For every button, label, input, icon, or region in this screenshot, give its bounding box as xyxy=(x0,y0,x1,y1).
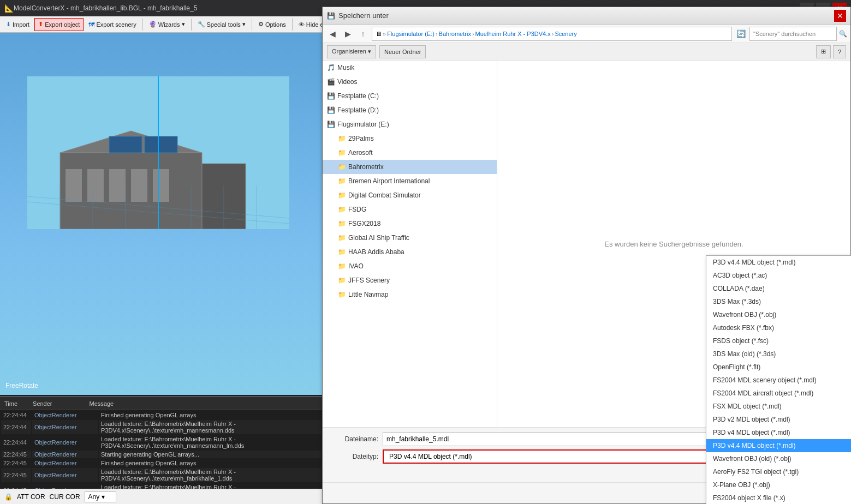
folder-icon: 📁 xyxy=(338,135,346,142)
bc-flugsimulator[interactable]: Flugsimulator (E:) xyxy=(387,31,435,37)
folder-item[interactable]: 📁Little Navmap xyxy=(323,287,497,302)
log-col-sender: Sender xyxy=(33,400,52,407)
dropdown-item[interactable]: Wavefront OBJ (*.obj) xyxy=(706,308,851,321)
folder-item[interactable]: 📁Global AI Ship Traffic xyxy=(323,231,497,245)
app-title: ModelConverterX - mh_fabrikhallen_lib.BG… xyxy=(14,4,197,12)
folder-icon: 💾 xyxy=(327,121,335,128)
help-button[interactable]: ? xyxy=(833,45,846,58)
wizards-button[interactable]: 🔮 Wizards ▾ xyxy=(145,18,189,31)
search-input[interactable] xyxy=(749,27,837,41)
new-folder-button[interactable]: Neuer Ordner xyxy=(379,45,426,58)
folder-icon: 📁 xyxy=(338,220,346,227)
app-icon: 📐 xyxy=(4,4,14,13)
bc-muelheim[interactable]: Muelheim Ruhr X - P3DV4.x xyxy=(475,31,551,37)
folder-item[interactable]: 📁JFFS Scenery xyxy=(323,273,497,287)
organize-button[interactable]: Organisieren ▾ xyxy=(327,45,376,58)
dropdown-item[interactable]: FS2004 MDL scenery object (*.mdl) xyxy=(706,374,851,387)
folder-item[interactable]: 💾Flugsimulator (E:) xyxy=(323,117,497,131)
back-button[interactable]: ◀ xyxy=(326,27,339,40)
options-button[interactable]: ⚙ Options xyxy=(254,18,290,31)
log-col-time: Time xyxy=(4,400,17,407)
dialog-icon: 💾 xyxy=(327,12,335,20)
toolbar-separator-3 xyxy=(252,19,252,31)
dropdown-item[interactable]: AeroFly FS2 TGI object (*.tgi) xyxy=(706,465,851,478)
breadcrumb[interactable]: 🖥 » Flugsimulator (E:) › Bahrometrix › M… xyxy=(372,27,732,41)
log-col-message: Message xyxy=(90,400,114,407)
dropdown-item[interactable]: FSX MDL object (*.mdl) xyxy=(706,400,851,413)
folder-name: Bahrometrix xyxy=(348,163,384,171)
log-row: 22:24:45ObjectRendererLoaded texture: E:… xyxy=(1,483,321,489)
save-dialog: 💾 Speichern unter ✕ ◀ ▶ ↑ 🖥 » Flugsimula… xyxy=(322,7,851,504)
view-details-button[interactable]: ⊞ xyxy=(816,45,831,58)
dropdown-item[interactable]: OpenFlight (*.flt) xyxy=(706,361,851,374)
dropdown-item[interactable]: P3D v4.4 MDL object (*.mdl) xyxy=(706,256,851,269)
folder-item[interactable]: 🎵Musik xyxy=(323,61,497,75)
dropdown-item[interactable]: FSDS object (*.fsc) xyxy=(706,334,851,347)
toolbar-separator-4 xyxy=(292,19,293,31)
dropdown-item[interactable]: Wavefront OBJ (old) (*.obj) xyxy=(706,452,851,465)
wizards-dropdown-icon: ▾ xyxy=(182,21,185,28)
folder-icon: 📁 xyxy=(338,191,346,199)
svg-rect-4 xyxy=(109,136,142,153)
forward-button[interactable]: ▶ xyxy=(341,27,354,40)
folder-name: Global AI Ship Traffic xyxy=(348,234,409,242)
folder-item[interactable]: 📁Aerosoft xyxy=(323,146,497,160)
dropdown-item[interactable]: COLLADA (*.dae) xyxy=(706,282,851,295)
dropdown-item[interactable]: X-Plane OBJ (*.obj) xyxy=(706,478,851,491)
folder-item[interactable]: 📁Digital Combat Simulator xyxy=(323,188,497,202)
folder-icon: 🎬 xyxy=(327,78,335,86)
status-cur-cor: CUR COR xyxy=(50,493,80,501)
folder-icon: 📁 xyxy=(338,149,346,157)
toolbar-separator-2 xyxy=(191,19,192,31)
folder-name: Digital Combat Simulator xyxy=(348,191,421,199)
folder-item[interactable]: 📁IVAO xyxy=(323,259,497,273)
folder-item[interactable]: 📁Bahrometrix xyxy=(323,160,497,174)
folder-item[interactable]: 📁29Palms xyxy=(323,131,497,146)
dropdown-item[interactable]: FS2004 MDL aircraft object (*.mdl) xyxy=(706,387,851,400)
up-button[interactable]: ↑ xyxy=(356,27,370,40)
folder-item[interactable]: 📁FSDG xyxy=(323,202,497,217)
bc-scenery[interactable]: Scenery xyxy=(555,31,576,37)
export-scenery-button[interactable]: 🗺 Export scenery xyxy=(85,18,140,31)
3d-viewport[interactable]: FreeRotate xyxy=(0,33,322,395)
folder-item[interactable]: 📁FSGX2018 xyxy=(323,217,497,231)
import-button[interactable]: ⬇ Import xyxy=(2,18,33,31)
dropdown-item[interactable]: FS2004 object X file (*.x) xyxy=(706,491,851,504)
folder-item[interactable]: 💾Festplatte (D:) xyxy=(323,103,497,117)
bc-computer-icon: 🖥 xyxy=(376,31,382,37)
status-bar: 🔒 ATT COR CUR COR Any ▾ xyxy=(0,489,322,504)
folder-name: Bremen Airport International xyxy=(348,177,430,185)
svg-rect-5 xyxy=(145,136,177,153)
action-bar: Organisieren ▾ Neuer Ordner ⊞ ? xyxy=(323,43,850,61)
folder-item[interactable]: 📁Bremen Airport International xyxy=(323,174,497,188)
dropdown-item[interactable]: P3D v2 MDL object (*.mdl) xyxy=(706,413,851,426)
folder-icon: 📁 xyxy=(338,234,346,242)
log-panel: Time Sender Message 22:24:44ObjectRender… xyxy=(0,396,322,489)
log-row: 22:24:45ObjectRendererStarting generatin… xyxy=(1,451,321,458)
folder-item[interactable]: 🎬Videos xyxy=(323,75,497,89)
dropdown-item[interactable]: AC3D object (*.ac) xyxy=(706,269,851,282)
folder-icon: 💾 xyxy=(327,92,335,100)
folder-item[interactable]: 📁HAAB Addis Ababa xyxy=(323,245,497,259)
special-tools-button[interactable]: 🔧 Special tools ▾ xyxy=(194,18,249,31)
bc-bahrometrix[interactable]: Bahrometrix xyxy=(439,31,471,37)
dropdown-item[interactable]: Autodesk FBX (*.fbx) xyxy=(706,321,851,334)
no-results-text: Es wurden keine Suchergebnisse gefunden. xyxy=(604,240,743,248)
svg-rect-8 xyxy=(109,169,126,202)
folder-item[interactable]: 💾Festplatte (C:) xyxy=(323,89,497,103)
folder-name: Musik xyxy=(337,64,354,71)
dropdown-item[interactable]: 3DS Max (*.3ds) xyxy=(706,295,851,308)
filetype-dropdown[interactable]: P3D v4.4 MDL object (*.mdl)AC3D object (… xyxy=(706,255,851,504)
dropdown-item[interactable]: P3D v4.4 MDL object (*.mdl) xyxy=(706,439,851,452)
dropdown-item[interactable]: 3DS Max (old) (*.3ds) xyxy=(706,347,851,361)
options-icon: ⚙ xyxy=(258,21,264,28)
folder-icon: 📁 xyxy=(338,177,346,185)
dropdown-item[interactable]: P3D v4 MDL object (*.mdl) xyxy=(706,426,851,439)
dialog-close-button[interactable]: ✕ xyxy=(834,10,846,22)
folder-icon: 📁 xyxy=(338,262,346,270)
export-object-button[interactable]: ⬆ Export object xyxy=(34,18,84,31)
folder-icon: 📁 xyxy=(338,277,346,284)
refresh-button[interactable]: 🔄 xyxy=(734,27,747,40)
folder-name: IVAO xyxy=(348,262,364,270)
any-dropdown[interactable]: Any ▾ xyxy=(85,491,116,502)
